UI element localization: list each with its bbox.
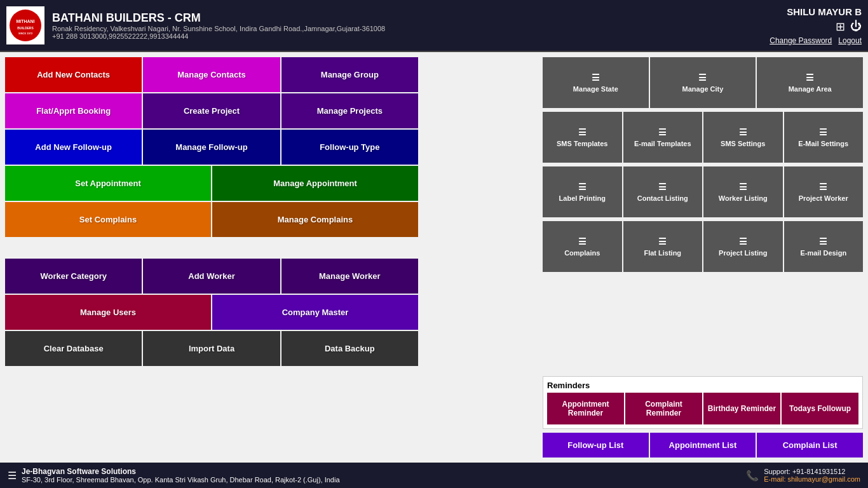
footer-company-info: Je-Bhagvan Software Solutions SF-30, 3rd…	[22, 467, 340, 484]
header: MITHANI BUILDERS SINCE 1972 BATHANI BUIL…	[0, 0, 868, 52]
manage-users-button[interactable]: Manage Users	[5, 295, 211, 330]
complains-icon: ☰	[578, 236, 587, 247]
company-info: BATHANI BUILDERS - CRM Ronak Residency, …	[52, 11, 770, 40]
worker-buttons-row2: Manage Users Company Master	[5, 295, 418, 330]
flat-listing-button[interactable]: ☰ Flat Listing	[623, 221, 703, 272]
left-section: Add New Contacts Manage Contacts Manage …	[5, 57, 418, 458]
right-grid-row1: ☰ Manage State ☰ Manage City ☰ Manage Ar…	[543, 57, 863, 108]
reminders-title: Reminders	[547, 381, 858, 390]
support-phone: Support: +91-8141931512	[764, 468, 860, 475]
logo: MITHANI BUILDERS SINCE 1972	[6, 6, 44, 44]
email-templates-icon: ☰	[658, 127, 667, 137]
set-appointment-button[interactable]: Set Appointment	[5, 166, 211, 201]
main-buttons-row5: Set Complains Manage Complains	[5, 202, 418, 237]
svg-point-0	[11, 11, 39, 39]
add-worker-button[interactable]: Add Worker	[143, 259, 280, 294]
project-listing-icon: ☰	[739, 236, 747, 247]
set-complains-button[interactable]: Set Complains	[5, 202, 211, 237]
worker-buttons-row3: Clear Database Import Data Data Backup	[5, 331, 418, 366]
follow-up-type-button[interactable]: Follow-up Type	[281, 130, 418, 165]
main-buttons-row2: Flat/Apprt Booking Create Project Manage…	[5, 93, 418, 128]
manage-complains-button[interactable]: Manage Complains	[212, 202, 418, 237]
email-settings-button[interactable]: ☰ E-Mail Settings	[784, 112, 864, 163]
manage-worker-button[interactable]: Manage Worker	[281, 259, 418, 294]
user-name: SHILU MAYUR B	[787, 6, 862, 17]
project-worker-button[interactable]: ☰ Project Worker	[784, 166, 864, 217]
reminder-grid: Appointment Reminder Complaint Reminder …	[547, 393, 858, 424]
logout-link[interactable]: Logout	[838, 36, 862, 45]
appointment-reminder-button[interactable]: Appointment Reminder	[547, 393, 624, 424]
sms-settings-icon: ☰	[739, 127, 747, 137]
label-printing-button[interactable]: ☰ Label Printing	[543, 166, 622, 217]
todays-followup-button[interactable]: Todays Followup	[782, 393, 858, 424]
main-content: Add New Contacts Manage Contacts Manage …	[0, 52, 868, 463]
svg-text:BUILDERS: BUILDERS	[17, 26, 34, 30]
followup-list-button[interactable]: Follow-up List	[543, 433, 649, 458]
email-templates-button[interactable]: ☰ E-mail Templates	[623, 112, 703, 163]
main-buttons-row1: Add New Contacts Manage Contacts Manage …	[5, 57, 418, 92]
right-grid-row2: ☰ SMS Templates ☰ E-mail Templates ☰ SMS…	[543, 112, 863, 163]
footer-address: SF-30, 3rd Floor, Shreemad Bhavan, Opp. …	[22, 476, 340, 484]
svg-text:MITHANI: MITHANI	[16, 19, 34, 24]
company-address: Ronak Residency, Valkeshvari Nagari, Nr.…	[52, 25, 770, 32]
manage-city-button[interactable]: ☰ Manage City	[650, 57, 756, 108]
flat-listing-icon: ☰	[658, 236, 667, 247]
clear-database-button[interactable]: Clear Database	[5, 331, 142, 366]
contact-listing-icon: ☰	[658, 182, 667, 192]
manage-state-button[interactable]: ☰ Manage State	[543, 57, 649, 108]
appointment-list-button[interactable]: Appointment List	[650, 433, 756, 458]
project-listing-button[interactable]: ☰ Project Listing	[703, 221, 783, 272]
email-design-button[interactable]: ☰ E-mail Design	[784, 221, 864, 272]
support-info: Support: +91-8141931512 E-mail: shilumay…	[764, 468, 860, 483]
manage-area-icon: ☰	[806, 72, 814, 83]
flat-booking-button[interactable]: Flat/Apprt Booking	[5, 93, 142, 128]
footer: ☰ Je-Bhagvan Software Solutions SF-30, 3…	[0, 463, 868, 488]
complaint-reminder-button[interactable]: Complaint Reminder	[625, 393, 702, 424]
right-grid-row4: ☰ Complains ☰ Flat Listing ☰ Project Lis…	[543, 221, 863, 272]
manage-projects-button[interactable]: Manage Projects	[281, 93, 418, 128]
company-master-button[interactable]: Company Master	[212, 295, 418, 330]
sms-templates-button[interactable]: ☰ SMS Templates	[543, 112, 622, 163]
create-project-button[interactable]: Create Project	[143, 93, 280, 128]
data-backup-button[interactable]: Data Backup	[281, 331, 418, 366]
contact-listing-button[interactable]: ☰ Contact Listing	[623, 166, 703, 217]
worker-listing-icon: ☰	[739, 182, 747, 192]
worker-category-button[interactable]: Worker Category	[5, 259, 142, 294]
email-settings-icon: ☰	[819, 127, 827, 137]
company-name: BATHANI BUILDERS - CRM	[52, 11, 770, 25]
project-worker-icon: ☰	[819, 182, 827, 192]
manage-contacts-button[interactable]: Manage Contacts	[143, 57, 280, 92]
complains-button[interactable]: ☰ Complains	[543, 221, 622, 272]
complain-list-button[interactable]: Complain List	[757, 433, 863, 458]
footer-company-name: Je-Bhagvan Software Solutions	[22, 467, 340, 476]
grid-icon[interactable]: ⊞	[836, 20, 845, 34]
main-buttons-row4: Set Appointment Manage Appointment	[5, 166, 418, 201]
add-new-contacts-button[interactable]: Add New Contacts	[5, 57, 142, 92]
add-follow-up-button[interactable]: Add New Follow-up	[5, 130, 142, 165]
footer-grid-icon: ☰	[8, 470, 17, 482]
worker-listing-button[interactable]: ☰ Worker Listing	[703, 166, 783, 217]
manage-follow-up-button[interactable]: Manage Follow-up	[143, 130, 280, 165]
main-buttons-row3: Add New Follow-up Manage Follow-up Follo…	[5, 130, 418, 165]
email-design-icon: ☰	[819, 236, 827, 247]
phone-icon: 📞	[746, 470, 759, 482]
sms-settings-button[interactable]: ☰ SMS Settings	[703, 112, 783, 163]
worker-buttons-row1: Worker Category Add Worker Manage Worker	[5, 259, 418, 294]
header-right: SHILU MAYUR B ⊞ ⏻ Change Password Logout	[770, 6, 862, 45]
change-password-link[interactable]: Change Password	[770, 36, 832, 45]
manage-appointment-button[interactable]: Manage Appointment	[212, 166, 418, 201]
manage-group-button[interactable]: Manage Group	[281, 57, 418, 92]
manage-area-button[interactable]: ☰ Manage Area	[757, 57, 863, 108]
footer-left: ☰ Je-Bhagvan Software Solutions SF-30, 3…	[8, 467, 340, 484]
birthday-reminder-button[interactable]: Birthday Reminder	[703, 393, 780, 424]
sms-templates-icon: ☰	[578, 127, 587, 137]
import-data-button[interactable]: Import Data	[143, 331, 280, 366]
footer-right: 📞 Support: +91-8141931512 E-mail: shilum…	[746, 468, 860, 483]
svg-text:SINCE 1972: SINCE 1972	[18, 32, 33, 35]
power-icon[interactable]: ⏻	[850, 20, 862, 33]
right-section: ☰ Manage State ☰ Manage City ☰ Manage Ar…	[543, 57, 863, 458]
reminders-section: Reminders Appointment Reminder Complaint…	[543, 376, 863, 429]
manage-city-icon: ☰	[698, 72, 707, 83]
support-email: E-mail: shilumayur@gmail.com	[764, 475, 860, 483]
label-printing-icon: ☰	[578, 182, 587, 192]
